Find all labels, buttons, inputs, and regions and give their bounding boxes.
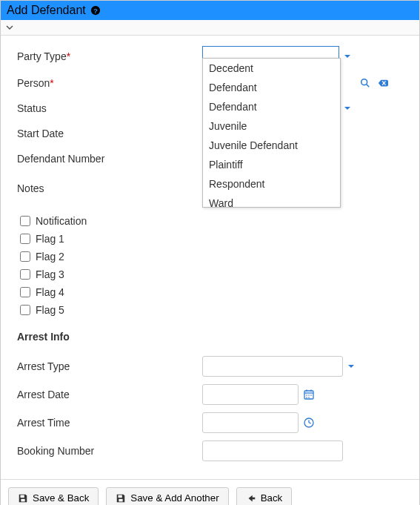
checkbox-flag4-row: Flag 4 — [17, 285, 406, 300]
checkbox-group: Notification Flag 1 Flag 2 Flag 3 Flag 4… — [17, 214, 406, 317]
dropdown-option[interactable]: Ward — [203, 194, 340, 207]
checkbox-flag1-label: Flag 1 — [36, 233, 64, 245]
dropdown-option[interactable]: Plaintiff — [203, 155, 340, 174]
help-icon[interactable]: ? — [90, 5, 101, 16]
save-icon — [116, 493, 126, 504]
checkbox-flag1-row: Flag 1 — [17, 231, 406, 246]
chevron-down-icon[interactable] — [5, 23, 415, 32]
back-button[interactable]: Back — [236, 487, 293, 505]
clock-icon[interactable] — [303, 417, 315, 429]
svg-rect-18 — [119, 495, 122, 498]
row-arrest-date: Arrest Date — [17, 384, 406, 405]
dropdown-option[interactable]: Decedent — [203, 59, 340, 78]
svg-point-9 — [308, 395, 310, 396]
status-dropdown-trigger[interactable] — [344, 105, 351, 112]
section-arrest-info: Arrest Info — [17, 331, 406, 343]
footer-bar: Save & Back Save & Add Another Back — [1, 479, 419, 505]
checkbox-flag2[interactable] — [20, 251, 30, 262]
panel-header: Add Defendant ? — [1, 1, 419, 20]
calendar-icon[interactable] — [303, 389, 315, 400]
svg-point-12 — [308, 397, 310, 398]
svg-rect-17 — [21, 498, 24, 501]
row-arrest-time: Arrest Time — [17, 412, 406, 433]
row-arrest-type: Arrest Type — [17, 356, 406, 377]
save-back-button[interactable]: Save & Back — [8, 487, 99, 505]
arrest-date-input[interactable] — [202, 384, 299, 405]
required-marker: * — [50, 77, 53, 89]
label-party-type-text: Party Type — [17, 50, 67, 62]
svg-point-2 — [361, 79, 367, 85]
label-start-date: Start Date — [17, 128, 202, 139]
dropdown-option[interactable]: Defendant — [203, 97, 340, 116]
checkbox-notification-row: Notification — [17, 214, 406, 228]
checkbox-flag1[interactable] — [20, 234, 30, 244]
required-marker: * — [67, 50, 70, 62]
dropdown-option[interactable]: Juvenile — [203, 116, 340, 136]
party-type-dropdown[interactable]: Decedent Defendant Defendant Juvenile Ju… — [202, 58, 341, 208]
checkbox-notification-label: Notification — [36, 215, 87, 227]
svg-line-15 — [309, 423, 311, 423]
arrest-type-input[interactable] — [202, 356, 343, 377]
checkbox-flag2-row: Flag 2 — [17, 249, 406, 264]
clear-icon[interactable] — [378, 78, 388, 88]
checkbox-flag3-row: Flag 3 — [17, 267, 406, 282]
svg-point-11 — [306, 397, 307, 398]
arrow-left-icon — [246, 493, 256, 504]
label-status: Status — [17, 102, 202, 114]
svg-rect-19 — [119, 498, 123, 501]
search-icon[interactable] — [360, 78, 370, 88]
add-defendant-panel: Add Defendant ? Party Type* Decedent — [0, 0, 420, 505]
label-arrest-time: Arrest Time — [17, 417, 202, 429]
label-person: Person* — [17, 77, 202, 89]
checkbox-flag5-row: Flag 5 — [17, 303, 406, 317]
checkbox-flag5[interactable] — [20, 305, 30, 315]
checkbox-flag4-label: Flag 4 — [36, 286, 64, 298]
save-icon — [18, 493, 28, 504]
label-arrest-type: Arrest Type — [17, 360, 202, 372]
save-add-another-label: Save & Add Another — [130, 492, 219, 504]
svg-rect-20 — [252, 497, 255, 499]
svg-line-3 — [367, 85, 370, 88]
dropdown-option[interactable]: Respondent — [203, 174, 340, 194]
checkbox-notification[interactable] — [20, 216, 30, 226]
save-add-another-button[interactable]: Save & Add Another — [106, 487, 228, 505]
svg-text:?: ? — [93, 7, 98, 15]
form-body: Party Type* Decedent Defendant Defendant… — [1, 36, 419, 479]
sub-bar — [1, 20, 419, 36]
checkbox-flag3-label: Flag 3 — [36, 268, 64, 280]
dropdown-option[interactable]: Defendant — [203, 78, 340, 97]
label-party-type: Party Type* — [17, 50, 202, 62]
arrest-time-input[interactable] — [202, 412, 299, 433]
row-booking-number: Booking Number — [17, 440, 406, 461]
save-back-label: Save & Back — [33, 492, 89, 504]
arrest-type-dropdown-trigger[interactable] — [347, 363, 355, 370]
dropdown-option[interactable]: Juvenile Defendant — [203, 136, 340, 155]
svg-point-8 — [306, 395, 307, 396]
label-notes: Notes — [17, 182, 202, 194]
checkbox-flag5-label: Flag 5 — [36, 304, 64, 316]
panel-title: Add Defendant — [7, 4, 86, 17]
party-type-dropdown-trigger[interactable] — [344, 53, 351, 60]
checkbox-flag3[interactable] — [20, 269, 30, 280]
label-defendant-number: Defendant Number — [17, 153, 202, 165]
label-arrest-date: Arrest Date — [17, 389, 202, 400]
label-person-text: Person — [17, 77, 50, 89]
svg-point-10 — [310, 395, 312, 396]
svg-rect-16 — [21, 495, 24, 498]
checkbox-flag4[interactable] — [20, 287, 30, 297]
booking-number-input[interactable] — [202, 440, 343, 461]
back-label: Back — [261, 492, 283, 504]
checkbox-flag2-label: Flag 2 — [36, 251, 64, 263]
label-booking-number: Booking Number — [17, 445, 202, 457]
